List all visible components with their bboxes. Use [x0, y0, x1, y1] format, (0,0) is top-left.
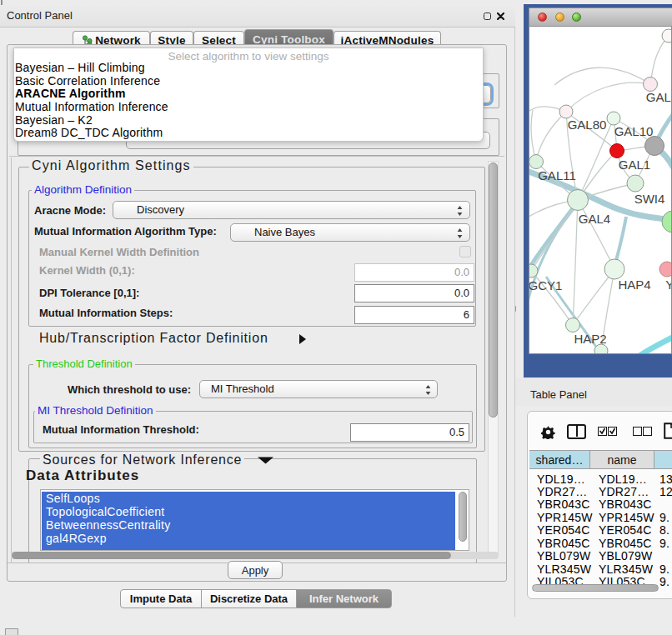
svg-text:GAL1: GAL1 [619, 158, 650, 172]
svg-text:GAL4: GAL4 [579, 212, 610, 226]
svg-text:HAP2: HAP2 [574, 332, 606, 346]
svg-text:GAL10: GAL10 [614, 124, 654, 138]
svg-text:YJ: YJ [665, 278, 671, 292]
svg-text:GAL80: GAL80 [568, 118, 607, 132]
svg-text:GCY1: GCY1 [529, 278, 562, 292]
svg-text:GAL2: GAL2 [646, 90, 671, 104]
svg-text:GAL11: GAL11 [538, 168, 576, 182]
svg-text:HAP4: HAP4 [618, 278, 650, 292]
svg-text:SWI4: SWI4 [634, 192, 665, 206]
